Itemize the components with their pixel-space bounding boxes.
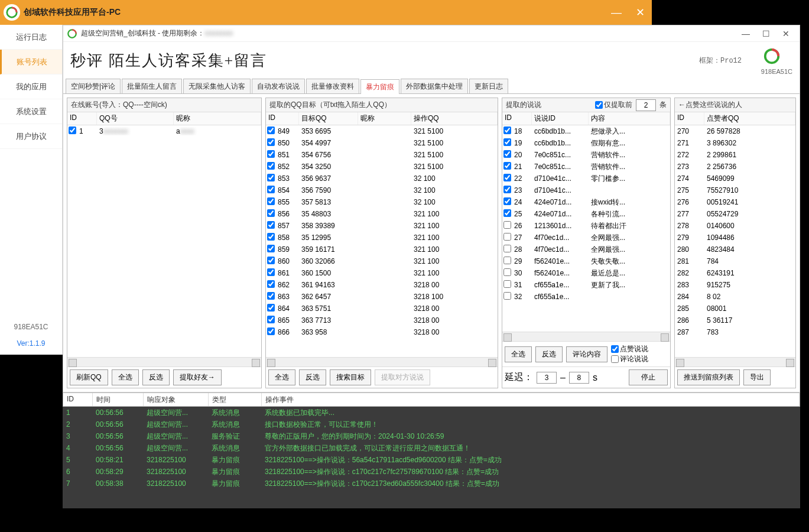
tab-4[interactable]: 批量修改资料: [306, 79, 359, 93]
table-row[interactable]: 862 361 94163 3218 00: [266, 279, 498, 291]
table-row[interactable]: 865 363 7713 3218 00: [266, 314, 498, 326]
table-row[interactable]: 282 6243191: [675, 267, 795, 279]
table-row[interactable]: 853 356 9637 32 100: [266, 173, 498, 184]
inner-logo-icon: [67, 28, 77, 39]
tab-1[interactable]: 批量陌生人留言: [122, 79, 182, 93]
table-row[interactable]: 26 1213601d... 待着都出汗: [502, 220, 670, 232]
sidebar-item-settings[interactable]: 系统设置: [0, 99, 62, 124]
table-row[interactable]: 861 360 1500 321 100: [266, 267, 498, 279]
table-row[interactable]: 863 362 6457 3218 100: [266, 291, 498, 303]
tab-7[interactable]: 更新日志: [469, 79, 508, 93]
table-row[interactable]: 864 363 5751 3218 00: [266, 303, 498, 314]
only-first-input[interactable]: [636, 99, 656, 111]
p3-invert-button[interactable]: 反选: [535, 346, 563, 362]
sidebar-item-accounts[interactable]: 账号列表: [0, 50, 62, 74]
table-row[interactable]: 19 cc6bdb1b... 假期有意...: [502, 137, 670, 149]
p2-selectall-button[interactable]: 全选: [268, 369, 295, 385]
table-row[interactable]: 858 35 12995 321 100: [266, 232, 498, 244]
table-row[interactable]: 286 5 36117: [675, 314, 795, 326]
table-row[interactable]: 857 358 39389 321 100: [266, 220, 498, 232]
table-row[interactable]: 24 424e071d... 接wxid转...: [502, 196, 670, 208]
table-row[interactable]: 859 359 16171 321 100: [266, 244, 498, 255]
table-row[interactable]: 30 f562401e... 最近总是...: [502, 267, 670, 279]
inner-maximize-button[interactable]: ☐: [756, 29, 776, 38]
table-row[interactable]: 29 f562401e... 失敬失敬...: [502, 255, 670, 267]
table-row[interactable]: 23 d710e41c...: [502, 184, 670, 196]
search-target-button[interactable]: 搜索目标: [330, 369, 371, 385]
export-button[interactable]: 导出: [743, 369, 771, 385]
inner-minimize-button[interactable]: —: [736, 29, 756, 38]
tab-6[interactable]: 外部数据集中处理: [401, 79, 468, 93]
brand-logo-icon: [761, 46, 782, 67]
stop-button[interactable]: 停止: [629, 369, 668, 385]
table-row[interactable]: 276 00519241: [675, 196, 795, 208]
frame-label: 框架：Pro12: [699, 56, 742, 66]
delay-from-input[interactable]: [537, 372, 557, 384]
panel3-hscroll[interactable]: [502, 332, 670, 341]
push-to-list-button[interactable]: 推送到留痕列表: [677, 369, 740, 385]
tab-0[interactable]: 空间秒赞|评论: [66, 79, 121, 93]
table-row[interactable]: 32 cf655a1e...: [502, 291, 670, 303]
log-row: 3 00:56:56 超级空间营... 服务验证 尊敬的正版用户，您的到期时间为…: [63, 430, 800, 442]
table-row[interactable]: 31 cf655a1e... 更新了我...: [502, 279, 670, 291]
delay-to-input[interactable]: [569, 372, 589, 384]
table-row[interactable]: 28 4f70ec1d... 全网最强...: [502, 244, 670, 255]
table-row[interactable]: 852 354 3250 321 5100: [266, 161, 498, 173]
tab-5[interactable]: 暴力留痕: [360, 79, 399, 94]
table-row[interactable]: 275 75527910: [675, 184, 795, 196]
tab-2[interactable]: 无限采集他人访客: [183, 79, 251, 93]
sidebar-item-myapps[interactable]: 我的应用: [0, 74, 62, 99]
table-row[interactable]: 270 26 597828: [675, 125, 795, 137]
table-row[interactable]: 25 424e071d... 各种引流...: [502, 208, 670, 220]
panel2-hscroll[interactable]: [266, 357, 498, 366]
inner-close-button[interactable]: ✕: [776, 29, 796, 38]
table-row[interactable]: 277 05524729: [675, 208, 795, 220]
like-shuoshuo-checkbox[interactable]: 点赞说说: [611, 344, 648, 354]
table-row[interactable]: 21 7e0c851c... 营销软件...: [502, 161, 670, 173]
sidebar-item-runlog[interactable]: 运行日志: [0, 25, 62, 50]
sidebar: 运行日志 账号列表 我的应用 系统设置 用户协议 918EA51C Ver:1.…: [0, 25, 63, 355]
p1-invert-button[interactable]: 反选: [142, 369, 170, 385]
table-row[interactable]: 1 3xxxxxxx axxxx: [67, 125, 261, 137]
table-row[interactable]: 283 915275: [675, 279, 795, 291]
table-row[interactable]: 279 1094486: [675, 232, 795, 244]
table-row[interactable]: 855 357 5813 32 100: [266, 196, 498, 208]
table-row[interactable]: 27 4f70ec1d... 全网最强...: [502, 232, 670, 244]
table-row[interactable]: 856 35 48803 321 100: [266, 208, 498, 220]
panel1-hscroll[interactable]: [67, 357, 261, 366]
sidebar-item-agreement[interactable]: 用户协议: [0, 124, 62, 149]
table-row[interactable]: 272 2 299861: [675, 149, 795, 161]
table-row[interactable]: 850 354 4997 321 5100: [266, 137, 498, 149]
p1-selectall-button[interactable]: 全选: [112, 369, 139, 385]
table-row[interactable]: 860 360 32066 321 100: [266, 255, 498, 267]
table-row[interactable]: 285 08001: [675, 303, 795, 314]
tab-3[interactable]: 自动发布说说: [252, 79, 305, 93]
table-row[interactable]: 280 4823484: [675, 244, 795, 255]
extract-shuoshuo-button[interactable]: 提取对方说说: [375, 369, 430, 385]
table-row[interactable]: 287 783: [675, 326, 795, 338]
table-row[interactable]: 22 d710e41c... 零门槛参...: [502, 173, 670, 184]
table-row[interactable]: 284 8 02: [675, 291, 795, 303]
comment-shuoshuo-checkbox[interactable]: 评论说说: [611, 354, 648, 364]
outer-title: 创域软件科技应用平台-PC: [24, 7, 605, 18]
extract-friends-button[interactable]: 提取好友→: [173, 369, 222, 385]
table-row[interactable]: 273 2 256736: [675, 161, 795, 173]
table-row[interactable]: 278 0140600: [675, 220, 795, 232]
p2-invert-button[interactable]: 反选: [299, 369, 326, 385]
table-row[interactable]: 271 3 896302: [675, 137, 795, 149]
table-row[interactable]: 18 cc6bdb1b... 想做录入...: [502, 125, 670, 137]
panel4-hscroll[interactable]: [675, 357, 795, 366]
table-row[interactable]: 274 5469099: [675, 173, 795, 184]
minimize-button[interactable]: —: [605, 0, 628, 25]
only-first-checkbox[interactable]: 仅提取前: [595, 100, 632, 110]
table-row[interactable]: 281 784: [675, 255, 795, 267]
p3-selectall-button[interactable]: 全选: [505, 346, 532, 362]
table-row[interactable]: 849 353 6695 321 5100: [266, 125, 498, 137]
table-row[interactable]: 866 363 958 3218 00: [266, 326, 498, 338]
table-row[interactable]: 854 356 7590 32 100: [266, 184, 498, 196]
comment-content-button[interactable]: 评论内容: [566, 346, 607, 362]
table-row[interactable]: 851 354 6756 321 5100: [266, 149, 498, 161]
refresh-qq-button[interactable]: 刷新QQ: [70, 369, 108, 385]
table-row[interactable]: 20 7e0c851c... 营销软件...: [502, 149, 670, 161]
close-button[interactable]: ✕: [628, 0, 652, 25]
